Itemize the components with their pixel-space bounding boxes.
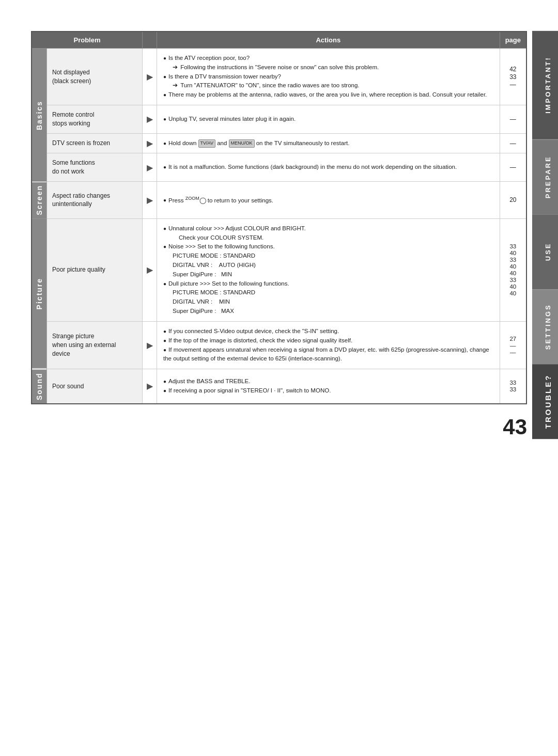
- arrow-icon: ▶: [143, 49, 157, 105]
- table-header: Problem Actions page: [32, 32, 526, 49]
- category-picture: Picture: [32, 218, 47, 369]
- page-poor-picture: 33 40 33 40 40 33 40 40: [500, 218, 526, 321]
- table-row: DTV screen is frozen ▶ Hold down TV/AV a…: [32, 133, 526, 153]
- table-row: Sound Poor sound ▶ Adjust the BASS and T…: [32, 369, 526, 404]
- actions-dtv-frozen: Hold down TV/AV and MENU/OK on the TV si…: [157, 133, 500, 153]
- side-label-prepare: PREPARE: [532, 139, 558, 214]
- page-not-displayed: 42 33 —: [500, 49, 526, 105]
- page-functions: —: [500, 153, 526, 182]
- actions-poor-picture: Unnatural colour >>> Adjust COLOUR and B…: [157, 218, 500, 321]
- table-row: Basics Not displayed(black screen) ▶ Is …: [32, 49, 526, 105]
- side-label-important: IMPORTANT!: [532, 31, 558, 139]
- actions-poor-sound: Adjust the BASS and TREBLE. If receiving…: [157, 369, 500, 404]
- arrow-icon: ▶: [143, 369, 157, 404]
- problem-poor-picture: Poor picture quality: [47, 218, 143, 321]
- page-header: page: [500, 32, 526, 49]
- table-row: Some functionsdo not work ▶ It is not a …: [32, 153, 526, 182]
- category-sound: Sound: [32, 369, 47, 404]
- table-row: Picture Poor picture quality ▶ Unnatural…: [32, 218, 526, 321]
- page-dtv-frozen: —: [500, 133, 526, 153]
- arrow-icon: ▶: [143, 133, 157, 153]
- problem-functions: Some functionsdo not work: [47, 153, 143, 182]
- table-row: Remote controlstops working ▶ Unplug TV,…: [32, 105, 526, 134]
- problem-poor-sound: Poor sound: [47, 369, 143, 404]
- side-label-settings: SETTINGS: [532, 289, 558, 364]
- table-row: Screen Aspect ratio changesunintentional…: [32, 182, 526, 219]
- page-strange-picture: 27 — —: [500, 321, 526, 369]
- arrow-icon: ▶: [143, 321, 157, 369]
- actions-remote: Unplug TV, several minutes later plug it…: [157, 105, 500, 134]
- page-number: 43: [31, 415, 527, 439]
- arrow-icon: ▶: [143, 218, 157, 321]
- actions-functions: It is not a malfunction. Some functions …: [157, 153, 500, 182]
- problem-header: Problem: [32, 32, 143, 49]
- menuok-icon: MENU/OK: [229, 139, 255, 148]
- problem-not-displayed: Not displayed(black screen): [47, 49, 143, 105]
- category-basics: Basics: [32, 49, 47, 182]
- actions-aspect: Press ZOOM◯ to return to your settings.: [157, 182, 500, 219]
- arrow-icon: ▶: [143, 105, 157, 134]
- problem-strange-picture: Strange picturewhen using an externaldev…: [47, 321, 143, 369]
- actions-strange-picture: If you connected S-Video output device, …: [157, 321, 500, 369]
- side-label-trouble: TROUBLE?: [532, 364, 558, 439]
- actions-not-displayed: Is the ATV reception poor, too? Followin…: [157, 49, 500, 105]
- problem-dtv-frozen: DTV screen is frozen: [47, 133, 143, 153]
- page-poor-sound: 33 33: [500, 369, 526, 404]
- page-container: Problem Actions page Basics Not displaye…: [31, 31, 527, 439]
- arrow-icon: ▶: [143, 182, 157, 219]
- actions-header: Actions: [157, 32, 500, 49]
- tvav-icon: TV/AV: [198, 139, 215, 148]
- side-labels: IMPORTANT! PREPARE USE SETTINGS TROUBLE?: [532, 31, 558, 439]
- category-screen: Screen: [32, 182, 47, 219]
- page-remote: —: [500, 105, 526, 134]
- trouble-table: Problem Actions page Basics Not displaye…: [31, 31, 527, 404]
- arrow-header: [143, 32, 157, 49]
- table-row: Strange picturewhen using an externaldev…: [32, 321, 526, 369]
- side-label-use: USE: [532, 214, 558, 289]
- arrow-icon: ▶: [143, 153, 157, 182]
- problem-remote: Remote controlstops working: [47, 105, 143, 134]
- page-aspect: 20: [500, 182, 526, 219]
- problem-aspect: Aspect ratio changesunintentionally: [47, 182, 143, 219]
